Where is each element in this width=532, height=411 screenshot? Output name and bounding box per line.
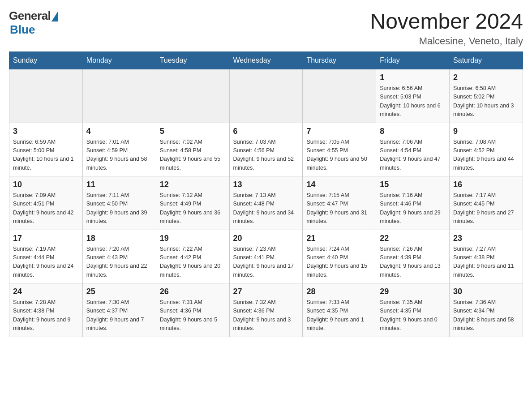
calendar-cell: 6Sunrise: 7:03 AMSunset: 4:56 PMDaylight… — [229, 123, 303, 176]
day-info: Sunrise: 7:33 AMSunset: 4:35 PMDaylight:… — [306, 298, 372, 333]
day-info: Sunrise: 7:30 AMSunset: 4:37 PMDaylight:… — [86, 298, 152, 333]
calendar-cell: 15Sunrise: 7:16 AMSunset: 4:46 PMDayligh… — [376, 176, 450, 230]
title-section: November 2024 Malcesine, Veneto, Italy — [370, 9, 523, 47]
calendar-cell: 30Sunrise: 7:36 AMSunset: 4:34 PMDayligh… — [450, 283, 523, 337]
calendar-cell: 3Sunrise: 6:59 AMSunset: 5:00 PMDaylight… — [9, 123, 83, 176]
day-number: 10 — [13, 180, 79, 189]
day-number: 6 — [233, 127, 299, 136]
calendar-cell: 16Sunrise: 7:17 AMSunset: 4:45 PMDayligh… — [450, 176, 523, 230]
day-number: 11 — [86, 180, 152, 189]
day-of-week-header: Thursday — [303, 52, 376, 69]
day-info: Sunrise: 7:23 AMSunset: 4:41 PMDaylight:… — [233, 245, 299, 280]
day-info: Sunrise: 7:06 AMSunset: 4:54 PMDaylight:… — [380, 138, 446, 173]
calendar-cell: 24Sunrise: 7:28 AMSunset: 4:38 PMDayligh… — [9, 283, 83, 337]
calendar-cell — [82, 69, 156, 123]
calendar-cell: 18Sunrise: 7:20 AMSunset: 4:43 PMDayligh… — [82, 230, 156, 283]
calendar-cell: 23Sunrise: 7:27 AMSunset: 4:38 PMDayligh… — [450, 230, 523, 283]
calendar-cell — [156, 69, 229, 123]
day-of-week-header: Wednesday — [229, 52, 303, 69]
day-info: Sunrise: 7:02 AMSunset: 4:58 PMDaylight:… — [160, 138, 226, 173]
day-of-week-header: Tuesday — [156, 52, 229, 69]
day-info: Sunrise: 7:26 AMSunset: 4:39 PMDaylight:… — [380, 245, 446, 280]
day-info: Sunrise: 7:12 AMSunset: 4:49 PMDaylight:… — [160, 191, 226, 226]
day-number: 21 — [306, 234, 372, 243]
calendar-cell: 9Sunrise: 7:08 AMSunset: 4:52 PMDaylight… — [450, 123, 523, 176]
calendar-cell: 5Sunrise: 7:02 AMSunset: 4:58 PMDaylight… — [156, 123, 229, 176]
day-number: 17 — [13, 234, 79, 243]
calendar-cell: 7Sunrise: 7:05 AMSunset: 4:55 PMDaylight… — [303, 123, 376, 176]
day-number: 19 — [160, 234, 226, 243]
calendar-cell: 13Sunrise: 7:13 AMSunset: 4:48 PMDayligh… — [229, 176, 303, 230]
day-number: 12 — [160, 180, 226, 189]
day-number: 3 — [13, 127, 79, 136]
day-info: Sunrise: 7:32 AMSunset: 4:36 PMDaylight:… — [233, 298, 299, 333]
month-year-title: November 2024 — [370, 9, 523, 34]
calendar-cell — [9, 69, 83, 123]
calendar-cell: 4Sunrise: 7:01 AMSunset: 4:59 PMDaylight… — [82, 123, 156, 176]
calendar-cell: 10Sunrise: 7:09 AMSunset: 4:51 PMDayligh… — [9, 176, 83, 230]
calendar-week-row: 24Sunrise: 7:28 AMSunset: 4:38 PMDayligh… — [9, 283, 523, 337]
day-number: 13 — [233, 180, 299, 189]
calendar-week-row: 17Sunrise: 7:19 AMSunset: 4:44 PMDayligh… — [9, 230, 523, 283]
logo-blue-text: Blue — [10, 23, 35, 37]
day-info: Sunrise: 7:05 AMSunset: 4:55 PMDaylight:… — [306, 138, 372, 173]
calendar-cell: 29Sunrise: 7:35 AMSunset: 4:35 PMDayligh… — [376, 283, 450, 337]
day-of-week-header: Friday — [376, 52, 450, 69]
calendar-cell: 2Sunrise: 6:58 AMSunset: 5:02 PMDaylight… — [450, 69, 523, 123]
day-number: 27 — [233, 287, 299, 296]
day-number: 4 — [86, 127, 152, 136]
calendar-cell: 26Sunrise: 7:31 AMSunset: 4:36 PMDayligh… — [156, 283, 229, 337]
calendar-cell: 25Sunrise: 7:30 AMSunset: 4:37 PMDayligh… — [82, 283, 156, 337]
days-header-row: SundayMondayTuesdayWednesdayThursdayFrid… — [9, 52, 523, 69]
calendar-cell: 27Sunrise: 7:32 AMSunset: 4:36 PMDayligh… — [229, 283, 303, 337]
page-header: General Blue November 2024 Malcesine, Ve… — [9, 9, 523, 47]
day-number: 18 — [86, 234, 152, 243]
day-info: Sunrise: 7:11 AMSunset: 4:50 PMDaylight:… — [86, 191, 152, 226]
day-number: 29 — [380, 287, 446, 296]
calendar-cell: 8Sunrise: 7:06 AMSunset: 4:54 PMDaylight… — [376, 123, 450, 176]
day-info: Sunrise: 6:58 AMSunset: 5:02 PMDaylight:… — [453, 84, 519, 119]
day-number: 2 — [453, 73, 519, 82]
day-number: 30 — [453, 287, 519, 296]
day-info: Sunrise: 7:28 AMSunset: 4:38 PMDaylight:… — [13, 298, 79, 333]
day-number: 22 — [380, 234, 446, 243]
calendar-cell: 19Sunrise: 7:22 AMSunset: 4:42 PMDayligh… — [156, 230, 229, 283]
day-info: Sunrise: 7:22 AMSunset: 4:42 PMDaylight:… — [160, 245, 226, 280]
calendar-cell: 22Sunrise: 7:26 AMSunset: 4:39 PMDayligh… — [376, 230, 450, 283]
day-number: 7 — [306, 127, 372, 136]
day-number: 9 — [453, 127, 519, 136]
calendar-cell: 14Sunrise: 7:15 AMSunset: 4:47 PMDayligh… — [303, 176, 376, 230]
calendar-cell: 17Sunrise: 7:19 AMSunset: 4:44 PMDayligh… — [9, 230, 83, 283]
calendar-cell: 11Sunrise: 7:11 AMSunset: 4:50 PMDayligh… — [82, 176, 156, 230]
day-number: 14 — [306, 180, 372, 189]
calendar-cell: 28Sunrise: 7:33 AMSunset: 4:35 PMDayligh… — [303, 283, 376, 337]
day-info: Sunrise: 7:15 AMSunset: 4:47 PMDaylight:… — [306, 191, 372, 226]
day-of-week-header: Saturday — [450, 52, 523, 69]
calendar-table: SundayMondayTuesdayWednesdayThursdayFrid… — [9, 51, 523, 337]
day-info: Sunrise: 7:35 AMSunset: 4:35 PMDaylight:… — [380, 298, 446, 333]
day-number: 15 — [380, 180, 446, 189]
logo-general-text: General — [9, 9, 51, 23]
day-number: 26 — [160, 287, 226, 296]
calendar-cell: 20Sunrise: 7:23 AMSunset: 4:41 PMDayligh… — [229, 230, 303, 283]
calendar-cell — [303, 69, 376, 123]
calendar-cell: 12Sunrise: 7:12 AMSunset: 4:49 PMDayligh… — [156, 176, 229, 230]
day-info: Sunrise: 7:36 AMSunset: 4:34 PMDaylight:… — [453, 298, 519, 333]
day-info: Sunrise: 7:27 AMSunset: 4:38 PMDaylight:… — [453, 245, 519, 280]
logo: General Blue — [9, 9, 58, 37]
day-number: 28 — [306, 287, 372, 296]
calendar-week-row: 3Sunrise: 6:59 AMSunset: 5:00 PMDaylight… — [9, 123, 523, 176]
day-info: Sunrise: 7:03 AMSunset: 4:56 PMDaylight:… — [233, 138, 299, 173]
day-info: Sunrise: 7:20 AMSunset: 4:43 PMDaylight:… — [86, 245, 152, 280]
calendar-cell: 1Sunrise: 6:56 AMSunset: 5:03 PMDaylight… — [376, 69, 450, 123]
day-number: 16 — [453, 180, 519, 189]
day-info: Sunrise: 7:31 AMSunset: 4:36 PMDaylight:… — [160, 298, 226, 333]
day-number: 24 — [13, 287, 79, 296]
day-info: Sunrise: 6:59 AMSunset: 5:00 PMDaylight:… — [13, 138, 79, 173]
day-info: Sunrise: 7:13 AMSunset: 4:48 PMDaylight:… — [233, 191, 299, 226]
day-info: Sunrise: 7:24 AMSunset: 4:40 PMDaylight:… — [306, 245, 372, 280]
day-info: Sunrise: 6:56 AMSunset: 5:03 PMDaylight:… — [380, 84, 446, 119]
calendar-cell: 21Sunrise: 7:24 AMSunset: 4:40 PMDayligh… — [303, 230, 376, 283]
day-info: Sunrise: 7:09 AMSunset: 4:51 PMDaylight:… — [13, 191, 79, 226]
day-number: 25 — [86, 287, 152, 296]
